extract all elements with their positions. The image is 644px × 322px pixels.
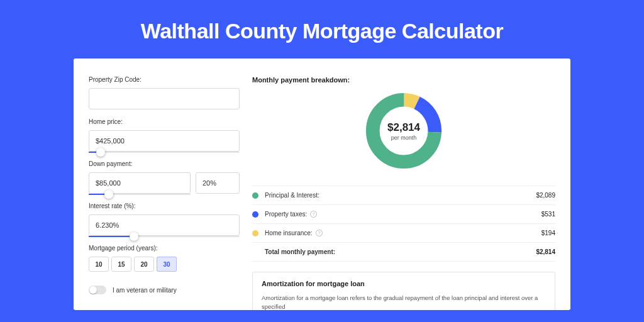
down-payment-pct-input[interactable] [196,172,240,194]
amortization-text: Amortization for a mortgage loan refers … [262,294,546,310]
donut-sub: per month [391,135,417,141]
period-option-20[interactable]: 20 [134,257,154,272]
donut-chart-wrap: $2,814 per month [252,90,555,172]
amortization-box: Amortization for mortgage loan Amortizat… [252,272,555,310]
legend-value: $194 [541,230,555,236]
home-price-group: Home price: [89,118,240,152]
legend-row: Property taxes:?$531 [252,205,555,224]
page-title: Walthall County Mortgage Calculator [0,0,644,58]
down-payment-slider[interactable] [89,194,191,195]
zip-group: Property Zip Code: [89,76,240,109]
interest-slider[interactable] [89,236,240,237]
veteran-label: I am veteran or military [113,287,177,294]
legend-total-value: $2,814 [536,248,555,255]
donut-chart: $2,814 per month [363,90,445,172]
period-label: Mortgage period (years): [89,245,240,252]
legend-label: Property taxes:? [265,211,541,218]
inputs-column: Property Zip Code: Home price: Down paym… [89,76,240,310]
legend-bullet [252,211,258,218]
down-payment-input[interactable] [89,172,191,194]
zip-input[interactable] [89,88,240,109]
zip-label: Property Zip Code: [89,76,240,83]
legend-bullet [252,230,258,236]
legend-total-label: Total monthly payment: [265,248,536,255]
veteran-toggle[interactable] [89,286,106,294]
legend-value: $2,089 [536,192,555,199]
home-price-input[interactable] [89,130,240,152]
home-price-slider[interactable] [89,152,240,153]
calculator-card: Property Zip Code: Home price: Down paym… [74,58,570,310]
period-option-10[interactable]: 10 [89,257,109,272]
legend: Principal & Interest:$2,089Property taxe… [252,186,555,262]
breakdown-column: Monthly payment breakdown: $2,814 per mo… [252,76,555,310]
legend-bullet [252,192,258,199]
legend-row: Principal & Interest:$2,089 [252,186,555,205]
period-options: 10152030 [89,257,240,272]
legend-label: Principal & Interest: [265,192,536,199]
down-payment-slider-thumb[interactable] [104,190,113,199]
legend-label: Home insurance:? [265,230,541,236]
home-price-slider-thumb[interactable] [96,148,105,157]
info-icon[interactable]: ? [310,211,317,218]
interest-input[interactable] [89,214,240,236]
legend-value: $531 [541,211,555,218]
period-option-30[interactable]: 30 [157,257,177,272]
period-option-15[interactable]: 15 [111,257,131,272]
interest-group: Interest rate (%): [89,203,240,236]
breakdown-title: Monthly payment breakdown: [252,76,555,84]
down-payment-label: Down payment: [89,160,240,167]
interest-label: Interest rate (%): [89,203,240,209]
veteran-row: I am veteran or military [89,286,240,294]
amortization-title: Amortization for mortgage loan [262,280,546,287]
interest-slider-thumb[interactable] [130,232,138,241]
donut-value: $2,814 [387,121,420,134]
home-price-label: Home price: [89,118,240,125]
info-icon[interactable]: ? [316,230,323,236]
donut-center: $2,814 per month [363,90,445,172]
down-payment-group: Down payment: [89,160,240,194]
legend-row: Home insurance:?$194 [252,224,555,243]
period-group: Mortgage period (years): 10152030 [89,245,240,272]
legend-total-row: Total monthly payment:$2,814 [252,243,555,262]
